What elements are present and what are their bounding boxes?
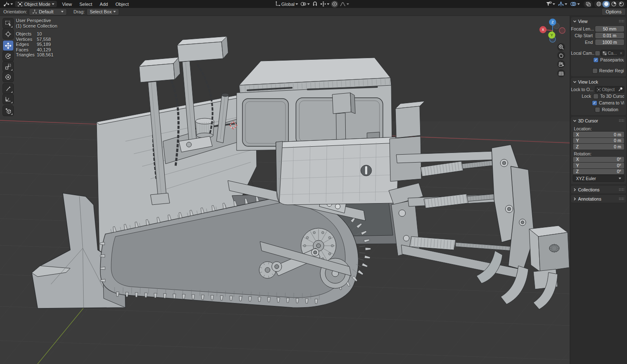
panel-view-lock-title: View Lock [578, 79, 598, 84]
lock-rotation-checkbox[interactable] [595, 107, 600, 112]
menu-object[interactable]: Object [112, 2, 133, 7]
axis-z-label: Z [551, 20, 554, 24]
rendered-shading-button[interactable] [617, 1, 625, 8]
snap-target-icon [320, 1, 326, 7]
cursor-location-z[interactable]: Z0 m [573, 144, 624, 150]
cursor-location-x[interactable]: X0 m [573, 132, 624, 137]
xray-icon [586, 2, 591, 7]
axis-neg-x-ball[interactable] [559, 28, 565, 33]
select-box-icon [5, 20, 11, 26]
pivot-point-dropdown[interactable] [300, 1, 311, 8]
material-shading-button[interactable] [610, 1, 617, 8]
move-tool-icon [5, 43, 11, 49]
measure-tool[interactable] [3, 94, 13, 104]
move-tool[interactable] [3, 41, 13, 51]
orientation-default-value: Default [39, 9, 54, 14]
cursor-rotation-x[interactable]: X0° [573, 157, 624, 163]
chevron-right-icon [573, 197, 576, 201]
annotate-icon [5, 86, 11, 92]
drag-dots-icon[interactable] [619, 119, 624, 122]
chevron-down-icon [619, 178, 621, 179]
proportional-editing-toggle[interactable] [331, 1, 338, 8]
transform-tool-icon [5, 74, 11, 80]
axis-y-label: Y [551, 33, 553, 37]
chevron-down-icon [113, 11, 116, 13]
euler-mode-dropdown[interactable]: XYZ Euler [573, 175, 624, 181]
lock-to-object-field[interactable]: Object [595, 87, 624, 92]
falloff-dropdown[interactable] [339, 1, 350, 8]
snap-toggle[interactable] [311, 1, 319, 8]
panel-collections-header[interactable]: Collections [571, 186, 626, 193]
viewport-canvas[interactable] [0, 16, 570, 364]
focal-length-label: Focal Len... [571, 26, 595, 31]
active-collection-label: (1) Scene Collection [16, 23, 57, 29]
pan-button[interactable] [557, 51, 565, 59]
shading-mode-group [594, 1, 626, 8]
clip-end-field[interactable]: 1000 m [595, 39, 624, 45]
clip-start-label: Clip Start [571, 33, 595, 38]
ortho-toggle-button[interactable] [557, 69, 565, 77]
snap-magnet-icon [312, 1, 318, 7]
to-3d-cursor-checkbox[interactable] [594, 94, 598, 99]
eyedropper-icon[interactable] [618, 87, 622, 92]
drag-select-box-dropdown[interactable]: Select Box [87, 9, 119, 15]
render-region-label: Render Regi... [599, 68, 624, 73]
drag-dots-icon[interactable] [619, 188, 624, 191]
drag-dots-icon[interactable] [619, 20, 624, 23]
cursor-tool[interactable] [3, 29, 13, 39]
viewport-3d[interactable]: User Perspective (1) Scene Collection Ob… [0, 16, 570, 364]
cursor-rotation-z[interactable]: Z0° [573, 169, 624, 175]
passepartout-checkbox[interactable]: ✓ [594, 58, 598, 62]
transform-orientation-dropdown[interactable]: Global [274, 1, 299, 8]
xray-toggle[interactable] [584, 1, 592, 8]
camera-to-view-checkbox[interactable]: ✓ [592, 101, 597, 105]
panel-collections: Collections [571, 186, 626, 193]
scale-tool[interactable] [3, 61, 13, 71]
mode-dropdown[interactable]: Object Mode [15, 1, 57, 7]
panel-3d-cursor-header[interactable]: 3D Cursor [571, 117, 626, 125]
menu-select[interactable]: Select [76, 2, 96, 7]
overlays-dropdown[interactable] [569, 1, 581, 8]
panel-annotations-header[interactable]: Annotations [571, 195, 626, 203]
cursor-location-y[interactable]: Y0 m [573, 138, 624, 144]
cursor-rotation-y[interactable]: Y0° [573, 163, 624, 168]
drag-dots-icon[interactable] [619, 197, 624, 200]
editor-type-button[interactable] [3, 1, 14, 8]
panel-view-lock-header[interactable]: View Lock [571, 78, 626, 86]
cursor-location-label: Location: [574, 126, 626, 131]
transform-tool[interactable] [3, 72, 13, 82]
panel-view-header[interactable]: View [571, 17, 626, 25]
camera-view-button[interactable] [557, 60, 565, 68]
menu-view[interactable]: View [58, 2, 76, 7]
close-icon[interactable]: × [620, 51, 622, 56]
panel-collections-title: Collections [578, 187, 599, 192]
view-perspective-label: User Perspective [16, 18, 57, 23]
render-region-checkbox[interactable] [593, 69, 597, 73]
fuel-tank[interactable] [276, 137, 399, 205]
select-box-tool[interactable] [3, 18, 13, 28]
material-shading-icon [611, 1, 617, 7]
zoom-button[interactable] [557, 43, 565, 51]
chevron-down-icon [52, 3, 54, 5]
local-camera-label: Local Cam... [571, 51, 595, 56]
local-camera-checkbox[interactable] [595, 51, 600, 56]
navigation-gizmo[interactable]: Z X Y [538, 16, 567, 45]
options-button[interactable]: Options [602, 8, 625, 15]
measure-icon [5, 96, 11, 102]
clip-start-field[interactable]: 0.01 m [595, 33, 624, 38]
object-data-icon [597, 88, 601, 92]
gizmos-dropdown[interactable] [557, 1, 568, 8]
orientation-default-dropdown[interactable]: Default [29, 9, 66, 15]
solid-shading-button[interactable] [602, 1, 610, 8]
scale-tool-icon [5, 64, 11, 70]
snap-target-dropdown[interactable] [319, 1, 330, 8]
annotate-tool[interactable] [3, 84, 13, 94]
local-camera-field[interactable]: Ca... × [601, 50, 624, 56]
menu-add[interactable]: Add [96, 2, 112, 7]
focal-length-field[interactable]: 50 mm [595, 26, 624, 32]
visibility-filter-dropdown[interactable] [545, 1, 556, 8]
add-cube-tool[interactable] [3, 106, 13, 116]
wireframe-shading-button[interactable] [595, 1, 602, 8]
rotate-tool[interactable] [3, 51, 13, 61]
passepartout-label: Passepartout [600, 57, 624, 62]
